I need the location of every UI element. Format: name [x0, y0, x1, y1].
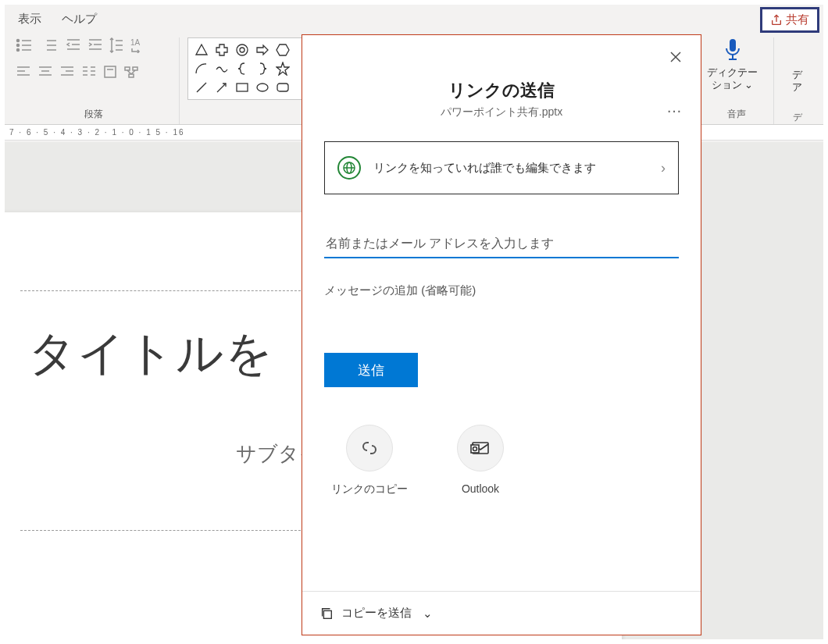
tab-view[interactable]: 表示: [16, 7, 43, 31]
design-fragment-top: デ: [792, 69, 802, 80]
columns-icon[interactable]: [81, 65, 97, 81]
svg-point-4: [17, 49, 20, 52]
copy-link-button[interactable]: リンクのコピー: [330, 425, 409, 496]
shape-hexagon-icon[interactable]: [276, 43, 290, 57]
svg-point-2: [17, 44, 20, 47]
increase-indent-icon[interactable]: [87, 37, 103, 55]
svg-rect-61: [471, 445, 479, 453]
copy-icon: [319, 607, 334, 621]
link-settings-label: リンクを知っていれば誰でも編集できます: [373, 161, 648, 176]
dictation-label[interactable]: ディクテー ション ⌄: [707, 66, 758, 91]
shape-oval-icon[interactable]: [255, 80, 269, 94]
shape-rect-icon[interactable]: [235, 80, 249, 94]
align-right-icon[interactable]: [59, 65, 75, 81]
tab-help[interactable]: ヘルプ: [60, 7, 98, 31]
dialog-filename: パワーポイント共有.pptx: [318, 105, 685, 119]
shape-brace-left-icon[interactable]: [237, 62, 248, 76]
copy-link-label: リンクのコピー: [331, 482, 408, 496]
svg-rect-49: [237, 84, 248, 91]
svg-rect-51: [277, 84, 288, 91]
dialog-title: リンクの送信: [318, 79, 685, 102]
align-center-icon[interactable]: [37, 65, 53, 81]
shapes-group-label: [187, 107, 312, 121]
shape-roundrect-icon[interactable]: [276, 80, 290, 94]
line-spacing-icon[interactable]: [109, 37, 123, 55]
design-group-label-fragment: デ: [777, 108, 817, 124]
link-settings-button[interactable]: リンクを知っていれば誰でも編集できます ›: [324, 141, 679, 194]
message-input[interactable]: メッセージの追加 (省略可能): [324, 283, 679, 298]
send-button[interactable]: 送信: [324, 353, 418, 387]
share-icon: [770, 14, 783, 27]
design-fragment-bottom: ア: [792, 81, 802, 93]
link-icon: [359, 437, 380, 459]
svg-rect-52: [730, 39, 736, 52]
svg-rect-37: [125, 67, 130, 70]
more-options-button[interactable]: …: [666, 98, 683, 116]
svg-line-47: [197, 83, 206, 92]
shape-star-icon[interactable]: [276, 62, 290, 76]
shape-arrow-icon[interactable]: [255, 43, 269, 57]
smartart-convert-icon[interactable]: [123, 65, 139, 81]
share-button[interactable]: 共有: [760, 7, 819, 33]
align-text-icon[interactable]: [103, 65, 117, 81]
shape-donut-icon[interactable]: [235, 43, 249, 57]
svg-point-50: [257, 84, 268, 91]
shape-wave-icon[interactable]: [215, 62, 229, 76]
shape-line-arrow-icon[interactable]: [215, 80, 229, 94]
outlook-icon: [469, 437, 491, 459]
svg-marker-46: [277, 62, 289, 75]
shapes-gallery[interactable]: [187, 37, 312, 100]
align-left-icon[interactable]: [16, 65, 31, 81]
outlook-label: Outlook: [462, 482, 499, 495]
svg-rect-63: [323, 610, 331, 618]
decrease-indent-icon[interactable]: [66, 37, 81, 55]
svg-rect-39: [129, 74, 134, 77]
shape-triangle-icon[interactable]: [195, 43, 209, 57]
outlook-button[interactable]: Outlook: [441, 425, 519, 496]
shape-arc-icon[interactable]: [195, 62, 209, 76]
svg-marker-45: [277, 44, 289, 55]
text-direction-icon[interactable]: 1A: [130, 37, 142, 55]
svg-point-44: [240, 48, 244, 52]
shape-plus-icon[interactable]: [215, 43, 229, 57]
recipients-input[interactable]: [324, 230, 679, 258]
chevron-down-icon: ⌄: [423, 607, 433, 621]
send-copy-button[interactable]: コピーを送信 ⌄: [302, 591, 701, 635]
send-copy-label: コピーを送信: [341, 606, 412, 621]
svg-line-48: [217, 84, 226, 92]
shape-brace-right-icon[interactable]: [257, 62, 268, 76]
microphone-icon[interactable]: [722, 37, 744, 65]
numbering-icon[interactable]: [41, 37, 59, 55]
svg-text:1A: 1A: [130, 38, 141, 47]
share-dialog: リンクの送信 パワーポイント共有.pptx … リンクを知っていれば誰でも編集で…: [302, 34, 701, 635]
paragraph-group-label: 段落: [16, 105, 171, 121]
bullets-icon[interactable]: [16, 37, 34, 55]
svg-marker-42: [196, 44, 207, 55]
svg-point-0: [17, 40, 20, 42]
svg-rect-35: [105, 66, 116, 77]
chevron-right-icon: ›: [661, 160, 666, 176]
svg-rect-38: [133, 67, 137, 70]
globe-icon: [337, 156, 361, 180]
svg-point-43: [237, 44, 248, 55]
shape-line-icon[interactable]: [195, 80, 209, 94]
share-button-label: 共有: [786, 12, 809, 27]
voice-group-label: 音声: [707, 105, 766, 121]
